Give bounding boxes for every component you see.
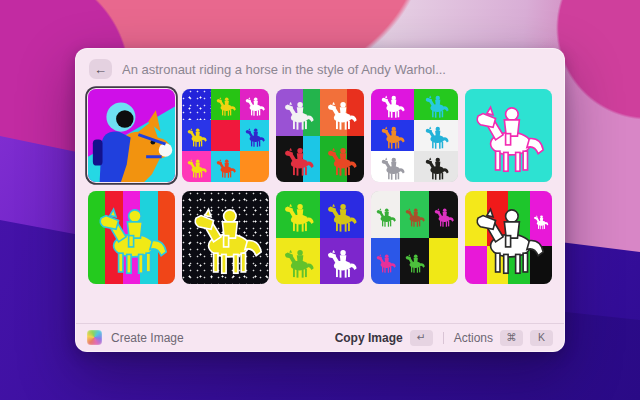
horse-rider-figure	[324, 196, 359, 238]
pop-art-panel	[429, 238, 458, 285]
pop-art-panel	[211, 89, 240, 120]
pop-art-panel	[371, 120, 415, 151]
pop-art-panel	[414, 151, 458, 182]
horse-rider-figure	[419, 123, 454, 151]
pop-art-panel	[320, 136, 364, 183]
pop-art-panel	[276, 136, 320, 183]
copy-image-label: Copy Image	[335, 331, 403, 345]
horse-rider-figure	[403, 242, 426, 284]
horse-rider-figure	[214, 92, 237, 120]
result-thumbnail-10[interactable]	[465, 191, 552, 284]
horse-rider-figure	[375, 123, 410, 151]
horse-rider-figure	[419, 92, 454, 120]
results-grid	[76, 88, 564, 284]
result-thumbnail-2[interactable]	[182, 89, 269, 182]
pop-art-panel	[371, 89, 415, 120]
command-key-icon: ⌘	[500, 330, 523, 346]
window-footer: Create Image Copy Image ↵ Actions ⌘ K	[76, 323, 564, 351]
create-image-icon	[87, 330, 102, 345]
pop-art-panel	[320, 89, 364, 136]
astronaut-closeup-art	[88, 89, 175, 182]
horse-rider-figure	[281, 140, 316, 182]
horse-rider-figure	[324, 140, 359, 182]
horse-rider-figure	[185, 154, 208, 182]
pop-art-panel	[211, 120, 240, 151]
result-thumbnail-5[interactable]	[465, 89, 552, 182]
horse-rider-figure	[374, 196, 397, 238]
horse-rider-figure	[324, 242, 359, 284]
result-thumbnail-7[interactable]	[182, 191, 269, 284]
actions-label: Actions	[454, 331, 493, 345]
horse-rider-figure	[432, 196, 455, 238]
pop-art-panel	[414, 120, 458, 151]
command-label: Create Image	[111, 331, 184, 345]
result-thumbnail-6[interactable]	[88, 191, 175, 284]
horse-rider-figure	[243, 92, 266, 120]
horse-rider-figure	[375, 154, 410, 182]
raycast-window: ← An astronaut riding a horse in the sty…	[75, 48, 565, 352]
horse-rider-figure	[468, 96, 548, 179]
horse-rider-figure	[403, 196, 426, 238]
result-thumbnail-4[interactable]	[371, 89, 458, 182]
result-thumbnail-8[interactable]	[276, 191, 363, 284]
horse-rider-figure	[324, 94, 359, 136]
horse-rider-figure	[186, 198, 266, 281]
back-button[interactable]: ←	[89, 59, 112, 79]
pop-art-panel	[400, 238, 429, 285]
pop-art-panel	[371, 238, 400, 285]
pop-art-collage	[371, 89, 458, 182]
pop-art-panel	[276, 238, 320, 285]
pop-art-panel	[240, 120, 269, 151]
horse-rider-figure	[243, 123, 266, 151]
pop-art-panel	[400, 191, 429, 238]
horse-rider-figure	[214, 154, 237, 182]
horse-rider-figure	[375, 92, 410, 120]
pop-art-panel	[276, 191, 320, 238]
horse-rider-figure	[468, 198, 548, 281]
pop-art-panel	[240, 151, 269, 182]
pop-art-collage	[371, 191, 458, 284]
horse-rider-figure	[185, 123, 208, 151]
pop-art-panel	[182, 151, 211, 182]
window-header: ← An astronaut riding a horse in the sty…	[76, 49, 564, 88]
footer-divider	[443, 332, 444, 344]
pop-art-panel	[211, 151, 240, 182]
pop-art-panel	[182, 120, 211, 151]
k-key-icon: K	[530, 330, 553, 346]
horse-rider-figure	[419, 154, 454, 182]
footer-actions: Copy Image ↵ Actions ⌘ K	[335, 330, 553, 346]
horse-rider-figure	[91, 198, 171, 281]
pop-art-panel	[276, 89, 320, 136]
pop-art-collage	[182, 89, 269, 182]
horse-rider-figure	[281, 94, 316, 136]
pop-art-panel	[320, 191, 364, 238]
pop-art-panel	[182, 89, 211, 120]
pop-art-panel	[240, 89, 269, 120]
result-thumbnail-1[interactable]	[88, 89, 175, 182]
pop-art-collage	[276, 191, 363, 284]
copy-image-button[interactable]: Copy Image ↵	[335, 330, 433, 346]
pop-art-panel	[371, 151, 415, 182]
pop-art-panel	[414, 89, 458, 120]
horse-rider-figure	[281, 242, 316, 284]
actions-button[interactable]: Actions ⌘ K	[454, 330, 553, 346]
return-key-icon: ↵	[410, 330, 433, 346]
pop-art-panel	[371, 191, 400, 238]
horse-rider-figure	[281, 196, 316, 238]
arrow-left-icon: ←	[94, 63, 107, 76]
result-thumbnail-3[interactable]	[276, 89, 363, 182]
result-thumbnail-9[interactable]	[371, 191, 458, 284]
pop-art-collage	[276, 89, 363, 182]
pop-art-panel	[429, 191, 458, 238]
pop-art-panel	[320, 238, 364, 285]
prompt-text: An astronaut riding a horse in the style…	[122, 62, 446, 77]
horse-rider-figure	[374, 242, 397, 284]
